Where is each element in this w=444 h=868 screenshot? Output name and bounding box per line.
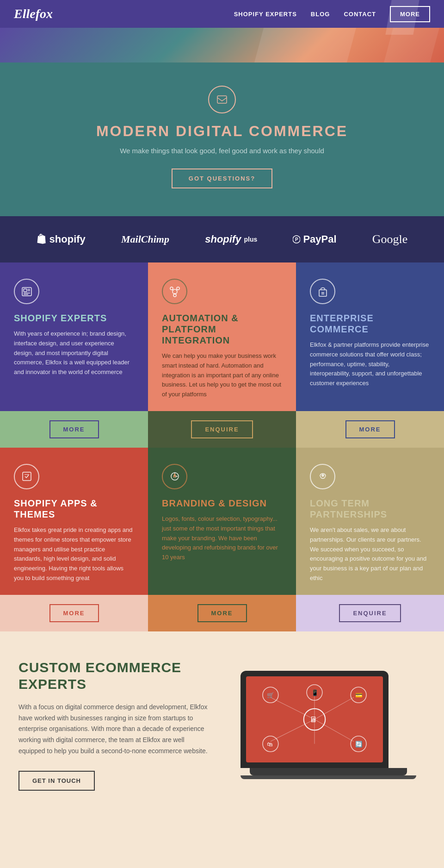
nav-contact[interactable]: CONTACT — [344, 11, 376, 18]
svg-text:A: A — [173, 473, 176, 478]
shopify-experts-action: MORE — [0, 411, 148, 448]
svg-text:🛍: 🛍 — [267, 741, 273, 748]
enterprise-icon — [310, 279, 335, 304]
got-questions-button[interactable]: GOT QUESTIONS? — [172, 169, 272, 188]
enterprise-title: ENTERPRISE COMMERCE — [310, 312, 430, 335]
laptop-screen: 🛒 📱 💳 🖥 🛍 🔄 — [246, 676, 383, 762]
shopify-experts-more-button[interactable]: MORE — [49, 420, 99, 438]
svg-point-24 — [322, 475, 324, 476]
bottom-section: CUSTOM ECOMMERCE EXPERTS With a focus on… — [0, 631, 444, 818]
shopify-experts-card: SHOPIFY EXPERTS With years of experience… — [0, 262, 148, 411]
services-row-2: SHOPIFY APPS & THEMES Elkfox takes great… — [0, 448, 444, 595]
actions-row-1: MORE ENQUIRE MORE — [0, 411, 444, 448]
svg-rect-19 — [23, 472, 31, 481]
svg-line-26 — [314, 697, 354, 719]
actions-row-2: MORE MORE ENQUIRE — [0, 595, 444, 631]
branding-desc: Logos, fonts, colour selection, typograp… — [162, 514, 282, 562]
paypal-label: PayPal — [303, 233, 336, 245]
navigation: Ellefox SHOPIFY EXPERTS BLOG CONTACT MOR… — [0, 0, 444, 28]
branding-title: BRANDING & DESIGN — [162, 498, 282, 509]
svg-point-12 — [173, 294, 176, 297]
partnerships-icon — [310, 464, 335, 489]
partners-strip: shopify MailChimp shopify plus P PayPal … — [0, 216, 444, 262]
shopify-apps-icon — [14, 464, 39, 489]
automation-desc: We can help you make your business work … — [162, 351, 282, 400]
mailchimp-logo: MailChimp — [121, 233, 169, 245]
laptop-base — [250, 768, 407, 775]
automation-title: AUTOMATION & PLATFORM INTEGRATION — [162, 312, 282, 346]
svg-line-25 — [271, 697, 314, 719]
svg-line-27 — [271, 719, 314, 742]
laptop-visual: 🛒 📱 💳 🖥 🛍 🔄 — [231, 671, 426, 779]
shopify-apps-desc: Elkfox takes great pride in creating app… — [14, 525, 134, 583]
hero-top-strip — [0, 28, 444, 62]
branding-icon: A — [162, 464, 187, 489]
shopify-experts-icon — [14, 279, 39, 304]
svg-rect-4 — [24, 289, 27, 292]
svg-line-28 — [314, 719, 354, 742]
google-label: Google — [372, 232, 408, 246]
shopify-experts-title: SHOPIFY EXPERTS — [14, 312, 134, 324]
svg-text:💳: 💳 — [355, 692, 363, 699]
automation-action: ENQUIRE — [148, 411, 296, 448]
automation-icon — [162, 279, 187, 304]
laptop-screen-svg: 🛒 📱 💳 🖥 🛍 🔄 — [246, 676, 383, 762]
enterprise-more-button[interactable]: MORE — [345, 420, 395, 438]
svg-text:🔄: 🔄 — [355, 741, 363, 748]
shopify-label: shopify — [49, 233, 86, 245]
shopify-logo: shopify — [37, 233, 86, 245]
partnerships-action: ENQUIRE — [296, 595, 444, 631]
svg-text:🛒: 🛒 — [267, 692, 274, 699]
bottom-desc: With a focus on digital commerce design … — [18, 702, 213, 757]
hero-title: MODERN DIGITAL COMMERCE — [18, 123, 426, 140]
get-in-touch-button[interactable]: GET IN TOUCH — [18, 771, 95, 791]
hero-icon — [208, 86, 236, 113]
branding-more-button[interactable]: MORE — [197, 604, 247, 622]
partnerships-card: LONG TERM PARTNERSHIPS We aren't about s… — [296, 448, 444, 595]
partnerships-desc: We aren't about sales, we are about part… — [310, 525, 430, 583]
enterprise-action: MORE — [296, 411, 444, 448]
hero-banner: MODERN DIGITAL COMMERCE We make things t… — [0, 62, 444, 216]
bottom-text: CUSTOM ECOMMERCE EXPERTS With a focus on… — [18, 659, 213, 791]
laptop-base-bottom — [240, 775, 416, 779]
branding-action: MORE — [148, 595, 296, 631]
shopify-apps-title: SHOPIFY APPS & THEMES — [14, 498, 134, 520]
svg-text:📱: 📱 — [311, 689, 319, 697]
shopifyplus-label: shopify — [205, 233, 241, 245]
automation-enquire-button[interactable]: ENQUIRE — [191, 420, 253, 438]
google-logo: Google — [372, 232, 408, 246]
nav-shopify-experts[interactable]: SHOPIFY EXPERTS — [234, 11, 297, 18]
branding-card: A BRANDING & DESIGN Logos, fonts, colour… — [148, 448, 296, 595]
nav-blog[interactable]: BLOG — [311, 11, 330, 18]
enterprise-card: ENTERPRISE COMMERCE Elkfox & partner pla… — [296, 262, 444, 411]
enterprise-desc: Elkfox & partner platforms provide enter… — [310, 340, 430, 388]
svg-rect-16 — [319, 290, 327, 296]
logo: Ellefox — [14, 6, 53, 21]
shopify-apps-card: SHOPIFY APPS & THEMES Elkfox takes great… — [0, 448, 148, 595]
svg-line-13 — [173, 289, 173, 290]
paypal-logo: P PayPal — [293, 233, 336, 245]
svg-text:🖥: 🖥 — [309, 715, 317, 724]
bottom-title: CUSTOM ECOMMERCE EXPERTS — [18, 659, 213, 693]
shopify-apps-more-button[interactable]: MORE — [49, 604, 99, 622]
mailchimp-label: MailChimp — [121, 233, 169, 245]
partnerships-title: LONG TERM PARTNERSHIPS — [310, 498, 430, 520]
shopify-experts-desc: With years of experience in; brand desig… — [14, 329, 134, 377]
laptop-screen-container: 🛒 📱 💳 🖥 🛍 🔄 — [240, 671, 388, 768]
plus-label: plus — [244, 236, 257, 243]
svg-rect-0 — [217, 96, 227, 103]
hero-subtitle: We make things that look good, feel good… — [18, 147, 426, 155]
svg-line-14 — [177, 289, 177, 290]
services-row-1: SHOPIFY EXPERTS With years of experience… — [0, 262, 444, 411]
svg-text:P: P — [295, 237, 298, 242]
shopify-apps-action: MORE — [0, 595, 148, 631]
partnerships-enquire-button[interactable]: ENQUIRE — [339, 604, 401, 622]
automation-card: AUTOMATION & PLATFORM INTEGRATION We can… — [148, 262, 296, 411]
shopifyplus-logo: shopify plus — [205, 233, 257, 245]
